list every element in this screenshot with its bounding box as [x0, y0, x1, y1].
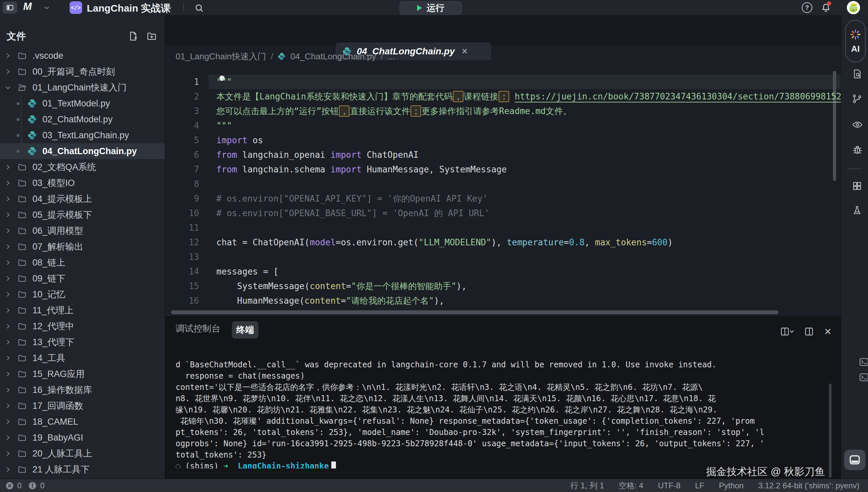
tree-folder-17[interactable]: 12_代理中: [0, 318, 165, 334]
tree-folder-15[interactable]: 10_记忆: [0, 287, 165, 302]
tree-folder-18[interactable]: 13_代理下: [0, 334, 165, 350]
line-text: import os: [199, 133, 263, 148]
tree-folder-13[interactable]: 08_链上: [0, 255, 165, 271]
new-folder-icon[interactable]: [144, 30, 159, 42]
preview-eye-icon[interactable]: [850, 119, 865, 131]
breadcrumb-folder[interactable]: 01_LangChain快速入门: [176, 51, 266, 62]
code-line-12[interactable]: 12chat = ChatOpenAI(model=os.environ.get…: [165, 235, 841, 250]
chevron-down-icon[interactable]: [166, 5, 172, 10]
tree-folder-21[interactable]: 16_操作数据库: [0, 382, 165, 398]
toggle-panel-button[interactable]: [844, 449, 865, 470]
run-button[interactable]: 运行: [399, 1, 462, 15]
python-interpreter[interactable]: 3.12.2 64-bit ('shims': pyenv): [758, 481, 859, 490]
errors-icon[interactable]: [5, 482, 14, 490]
tree-item-label: 15_RAG应用: [32, 368, 85, 380]
code-line-1[interactable]: 1""": [165, 75, 841, 89]
workspace-title[interactable]: LangChain 实战课: [87, 2, 170, 15]
folder-icon: [17, 258, 28, 267]
code-lines[interactable]: 1"""2本文件是【LangChain系统安装和快速入门】章节的配套代码，课程链…: [165, 67, 841, 310]
tree-folder-1[interactable]: 00_开篇词_奇点时刻: [0, 64, 165, 79]
code-line-14[interactable]: 14messages = [: [165, 264, 841, 279]
avatar[interactable]: [847, 1, 860, 14]
indentation[interactable]: 空格: 4: [619, 481, 643, 491]
extensions-icon[interactable]: [850, 180, 864, 192]
tree-folder-22[interactable]: 17_回调函数: [0, 398, 165, 414]
code-line-10[interactable]: 10# os.environ["OPENAI_BASE_URL"] = 'Ope…: [165, 206, 841, 220]
tree-folder-16[interactable]: 11_代理上: [0, 302, 165, 318]
code-line-3[interactable]: 3您可以点击最上方的“运行”按钮，直接运行该文件；更多操作指引请参考Readme…: [165, 104, 841, 118]
explorer-title: 文件: [7, 30, 26, 43]
maximize-panel-icon[interactable]: [803, 326, 816, 337]
test-flask-icon[interactable]: [850, 205, 864, 216]
close-tab-icon[interactable]: ✕: [462, 47, 468, 56]
terminal-launcher-icon[interactable]: [857, 356, 868, 368]
tree-folder-12[interactable]: 07_解析输出: [0, 239, 165, 255]
code-line-6[interactable]: 6from langchain_openai import ChatOpenAI: [165, 148, 841, 162]
watermark: 掘金技术社区 @ 秋影刀鱼: [706, 465, 825, 479]
tree-folder-10[interactable]: 05_提示模板下: [0, 207, 165, 223]
editor-scrollbar[interactable]: [833, 71, 836, 181]
tree-folder-25[interactable]: 20_人脉工具上: [0, 446, 165, 462]
chevron-right-icon: [3, 371, 12, 377]
tree-folder-7[interactable]: 02_文档QA系统: [0, 159, 165, 175]
tree-folder-14[interactable]: 09_链下: [0, 271, 165, 287]
tree-folder-20[interactable]: 15_RAG应用: [0, 366, 165, 382]
new-file-icon[interactable]: [126, 30, 140, 42]
terminal-launcher-icon-2[interactable]: [857, 372, 868, 383]
tab-debug-console[interactable]: 调试控制台: [176, 323, 220, 335]
search-in-files-icon[interactable]: [850, 68, 864, 79]
tree-folder-0[interactable]: .vscode: [0, 48, 165, 64]
tree-folder-8[interactable]: 03_模型IO: [0, 175, 165, 191]
horizontal-scrollbar[interactable]: [171, 310, 779, 314]
code-line-4[interactable]: 4""": [165, 118, 841, 133]
code-line-11[interactable]: 11: [165, 220, 841, 235]
split-panel-icon[interactable]: [778, 326, 796, 337]
tree-folder-26[interactable]: 21 人脉工具下: [0, 462, 165, 477]
code-line-2[interactable]: 2本文件是【LangChain系统安装和快速入门】章节的配套代码，课程链接： h…: [165, 89, 841, 104]
tree-item-label: 18_CAMEL: [32, 417, 78, 427]
app-logo[interactable]: M: [23, 1, 31, 13]
folder-icon: [17, 306, 28, 315]
code-line-13[interactable]: 13: [165, 250, 841, 264]
tree-folder-19[interactable]: 14_工具: [0, 350, 165, 366]
line-text: SystemMessage(content="你是一个很棒的智能助手"),: [199, 279, 467, 293]
code-line-8[interactable]: 8: [165, 177, 841, 191]
tree-folder-24[interactable]: 19_BabyAGI: [0, 430, 165, 446]
warnings-icon[interactable]: [28, 482, 37, 490]
debug-bug-icon[interactable]: [850, 145, 865, 156]
warning-count[interactable]: 0: [40, 481, 44, 490]
tree-file-6[interactable]: 04_ChatLongChain.py: [0, 143, 165, 159]
breadcrumb: 01_LangChain快速入门 / 04_ChatLongChain.py /…: [176, 50, 395, 63]
source-control-icon[interactable]: [850, 93, 864, 104]
tree-folder-9[interactable]: 04_提示模板上: [0, 191, 165, 207]
language-mode[interactable]: Python: [719, 481, 744, 490]
python-file-icon: [27, 99, 38, 108]
ai-assistant-button[interactable]: AI: [845, 20, 866, 62]
tree-file-5[interactable]: 03_TextLangChain.py: [0, 127, 165, 143]
help-icon[interactable]: ?: [802, 2, 812, 13]
cursor-position[interactable]: 行 1, 列 1: [571, 481, 604, 491]
tree-folder-2[interactable]: 01_LangChain快速入门: [0, 79, 165, 96]
tree-file-4[interactable]: 02_ChatModel.py: [0, 112, 165, 127]
encoding[interactable]: UTF-8: [658, 481, 681, 490]
close-panel-icon[interactable]: ✕: [822, 326, 834, 338]
eol-sequence[interactable]: LF: [695, 481, 704, 490]
error-count[interactable]: 0: [17, 481, 22, 490]
sidebar-toggle-button[interactable]: [3, 2, 17, 14]
breadcrumb-file[interactable]: 04_ChatLongChain.py: [290, 51, 376, 62]
folder-icon: [17, 322, 28, 331]
tree-file-3[interactable]: 01_TextModel.py: [0, 96, 165, 112]
chevron-down-icon[interactable]: [44, 5, 50, 10]
tab-terminal[interactable]: 终端: [232, 321, 258, 339]
terminal-scrollbar[interactable]: [829, 384, 832, 478]
code-line-5[interactable]: 5import os: [165, 133, 841, 148]
tree-folder-11[interactable]: 06_调用模型: [0, 223, 165, 239]
tree-folder-23[interactable]: 18_CAMEL: [0, 414, 165, 430]
search-icon[interactable]: [192, 3, 206, 13]
code-line-16[interactable]: 16 HumanMessage(content="请给我的花店起个名"),: [165, 293, 841, 308]
code-line-9[interactable]: 9# os.environ["OPENAI_API_KEY"] = '你的Ope…: [165, 191, 841, 206]
code-line-15[interactable]: 15 SystemMessage(content="你是一个很棒的智能助手"),: [165, 279, 841, 293]
breadcrumb-more[interactable]: ...: [388, 51, 395, 62]
code-line-7[interactable]: 7from langchain.schema import HumanMessa…: [165, 162, 841, 177]
terminal-output[interactable]: d `BaseChatModel.__call__` was deprecate…: [165, 359, 829, 468]
